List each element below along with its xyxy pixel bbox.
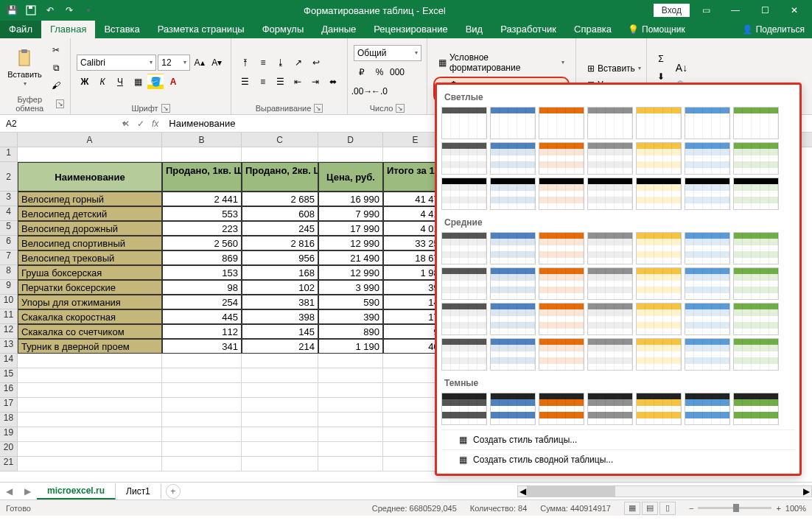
zoom-out-icon[interactable]: − (689, 504, 693, 513)
cell[interactable]: Перчатки боксерские (18, 280, 162, 295)
col-header[interactable]: C (242, 133, 318, 147)
merge-icon[interactable]: ⬌ (325, 74, 341, 90)
cell[interactable]: Скакалка скоростная (18, 309, 162, 324)
cell[interactable]: Велосипед горный (18, 192, 162, 206)
horizontal-scrollbar[interactable]: ◀▶ (517, 485, 812, 497)
table-style-swatch[interactable] (636, 142, 682, 175)
cell[interactable]: 16 990 (318, 192, 383, 206)
italic-button[interactable]: К (94, 74, 111, 90)
signin-button[interactable]: Вход (654, 4, 690, 17)
table-style-swatch[interactable] (733, 232, 779, 264)
table-style-swatch[interactable] (441, 107, 487, 139)
table-style-swatch[interactable] (490, 303, 536, 335)
cell[interactable]: Велосипед детский (18, 206, 162, 221)
table-style-swatch[interactable] (441, 303, 487, 335)
row-header[interactable]: 11 (0, 309, 18, 324)
cell[interactable]: 223 (162, 221, 242, 236)
cell[interactable]: 112 (162, 324, 242, 339)
align-top-icon[interactable]: ⭱ (237, 55, 253, 71)
row-header[interactable]: 8 (0, 265, 18, 280)
comma-icon[interactable]: 000 (389, 64, 405, 80)
tab-review[interactable]: Рецензирование (365, 21, 456, 38)
table-style-swatch[interactable] (441, 267, 487, 300)
table-style-swatch[interactable] (733, 303, 779, 335)
font-size-select[interactable]: 12▾ (158, 55, 189, 71)
row-header[interactable]: 14 (0, 354, 18, 368)
cell[interactable]: 17 990 (318, 221, 383, 236)
table-header[interactable]: Цена, руб. (318, 162, 383, 192)
table-style-swatch[interactable] (636, 178, 682, 210)
table-style-swatch[interactable] (733, 338, 779, 371)
align-left-icon[interactable]: ☰ (237, 74, 253, 90)
cell[interactable]: 381 (242, 295, 318, 309)
cell[interactable]: 398 (242, 309, 318, 324)
indent-decrease-icon[interactable]: ⇤ (290, 74, 306, 90)
tell-me[interactable]: 💡 Помощник (620, 21, 693, 38)
table-style-swatch[interactable] (539, 107, 584, 139)
table-style-swatch[interactable] (636, 232, 682, 264)
table-style-swatch[interactable] (587, 178, 633, 210)
row-header[interactable]: 4 (0, 206, 18, 221)
table-style-swatch[interactable] (587, 232, 633, 264)
font-dialog-icon[interactable]: ↘ (161, 104, 170, 113)
save-icon[interactable] (24, 3, 38, 18)
col-header[interactable]: B (162, 133, 242, 147)
row-header[interactable]: 12 (0, 324, 18, 339)
qat-customize-icon[interactable]: ▼ (81, 3, 96, 18)
row-header[interactable]: 16 (0, 383, 18, 398)
cell[interactable]: 2 560 (162, 236, 242, 250)
table-style-swatch[interactable] (636, 267, 682, 300)
autosum-icon[interactable]: Σ (653, 51, 669, 67)
row-header[interactable]: 20 (0, 442, 18, 457)
cell[interactable]: 98 (162, 280, 242, 295)
grow-font-icon[interactable]: A▴ (192, 55, 208, 71)
align-right-icon[interactable]: ☰ (273, 74, 289, 90)
table-style-swatch[interactable] (636, 338, 682, 371)
row-header[interactable]: 2 (0, 162, 18, 192)
table-style-swatch[interactable] (490, 178, 536, 210)
cell[interactable]: 445 (162, 309, 242, 324)
sheet-nav-next-icon[interactable]: ▶ (18, 486, 37, 497)
cell[interactable]: 890 (318, 324, 383, 339)
row-header[interactable]: 18 (0, 413, 18, 427)
align-center-icon[interactable]: ≡ (255, 74, 271, 90)
table-style-swatch[interactable] (685, 232, 730, 264)
table-style-swatch[interactable] (490, 107, 536, 139)
cell[interactable]: 21 490 (318, 250, 383, 265)
row-header[interactable]: 6 (0, 236, 18, 250)
row-header[interactable]: 9 (0, 280, 18, 295)
zoom-slider[interactable] (698, 507, 771, 509)
orientation-icon[interactable]: ↗ (290, 55, 307, 71)
new-table-style[interactable]: ▦ Создать стиль таблицы... (441, 429, 795, 449)
currency-icon[interactable]: ₽ (354, 64, 370, 80)
zoom-level[interactable]: 100% (785, 504, 806, 513)
underline-button[interactable]: Ч (112, 74, 128, 90)
cell[interactable]: 2 685 (242, 192, 318, 206)
cut-icon[interactable]: ✂ (48, 42, 64, 58)
table-style-swatch[interactable] (733, 178, 779, 210)
share-button[interactable]: 👤 Поделиться (735, 21, 812, 38)
col-header[interactable]: A (18, 133, 162, 147)
sheet-nav-prev-icon[interactable]: ◀ (0, 486, 18, 497)
tab-insert[interactable]: Вставка (95, 21, 148, 38)
table-style-swatch[interactable] (587, 393, 633, 425)
row-header[interactable]: 21 (0, 457, 18, 471)
cell[interactable]: Скакалка со счетчиком (18, 324, 162, 339)
increase-decimal-icon[interactable]: .00→ (354, 83, 370, 99)
cell[interactable]: 553 (162, 206, 242, 221)
ribbon-options-icon[interactable]: ▭ (693, 0, 719, 21)
table-style-swatch[interactable] (733, 267, 779, 300)
table-style-swatch[interactable] (587, 303, 633, 335)
close-icon[interactable]: ✕ (781, 0, 808, 21)
row-header[interactable]: 3 (0, 192, 18, 206)
cell[interactable]: Велосипед трековый (18, 250, 162, 265)
table-style-swatch[interactable] (539, 267, 584, 300)
table-style-swatch[interactable] (539, 393, 584, 425)
cell[interactable]: 12 990 (318, 265, 383, 280)
table-style-swatch[interactable] (733, 142, 779, 175)
select-all-corner[interactable] (0, 133, 18, 147)
table-style-swatch[interactable] (636, 107, 682, 139)
normal-view-icon[interactable]: ▦ (624, 502, 640, 515)
cell[interactable]: 3 990 (318, 280, 383, 295)
cell[interactable]: 590 (318, 295, 383, 309)
